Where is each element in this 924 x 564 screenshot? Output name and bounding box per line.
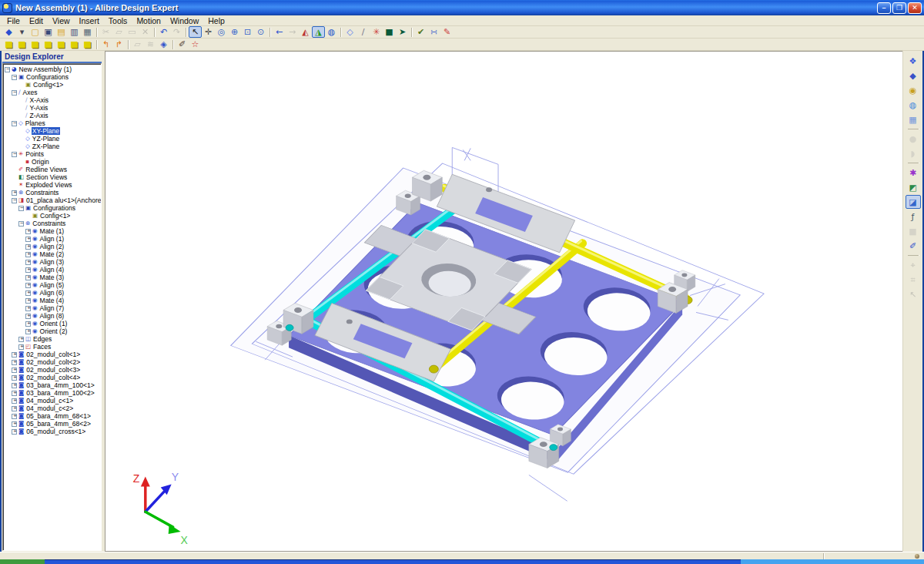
tree-item[interactable]: ◉ Align (8) — [3, 312, 101, 320]
menu-edit[interactable]: Edit — [25, 16, 47, 25]
tree-expander[interactable] — [12, 383, 17, 388]
toolbar-button[interactable] — [267, 26, 273, 38]
tree-expander[interactable] — [25, 244, 31, 250]
save-all-button[interactable]: ▥ — [68, 26, 81, 38]
toolbar-button[interactable] — [409, 26, 414, 38]
tree-expander[interactable] — [12, 90, 17, 96]
tree-expander[interactable] — [25, 329, 31, 334]
menu-view[interactable]: View — [49, 16, 74, 25]
appearance-button[interactable]: ✱ — [906, 166, 921, 180]
menu-insert[interactable]: Insert — [75, 16, 103, 25]
color-properties-button[interactable]: ◉ — [906, 83, 921, 97]
tree-item[interactable]: ◇ YZ-Plane — [3, 135, 101, 143]
tree-expander[interactable] — [25, 298, 31, 304]
tree-item[interactable]: ▣ Configurations — [3, 73, 101, 81]
tree-item[interactable]: ∕ Axes — [3, 89, 101, 96]
tree-item[interactable]: ◙ 05_bara_4mm_68<2> — [3, 420, 101, 428]
tree-item[interactable]: ⊗ Constraints — [3, 189, 101, 196]
toolbar-button[interactable] — [152, 26, 157, 38]
minimize-button[interactable]: – — [877, 2, 891, 14]
tree-expander[interactable] — [12, 414, 17, 419]
tree-expander[interactable] — [12, 429, 17, 435]
tree-expander[interactable] — [25, 252, 31, 257]
tree-expander[interactable] — [25, 237, 31, 242]
tree-item[interactable]: ◉ Align (4) — [3, 266, 101, 274]
tree-expander[interactable] — [12, 398, 17, 404]
tree-item[interactable]: ◙ 02_modul_colt<3> — [3, 366, 101, 374]
tree-item[interactable]: ◙ 03_bara_4mm_100<1> — [3, 381, 101, 389]
rotate-view-tool[interactable]: ◎ — [215, 26, 228, 38]
toolbar-button[interactable] — [94, 26, 99, 38]
paint-tool-button[interactable]: ✐ — [906, 239, 921, 253]
tree-item[interactable]: ◙ 04_modul_c<2> — [3, 405, 101, 412]
mirror-component-button[interactable]: ■ — [55, 39, 68, 50]
bend-tool-left[interactable]: ↰ — [99, 39, 112, 50]
snap-tool-2[interactable]: ⌗ — [906, 273, 921, 287]
tree-expander[interactable] — [18, 344, 24, 350]
select-tool[interactable]: ↖ — [189, 26, 202, 38]
tree-item[interactable]: ◫ Edges — [3, 335, 101, 343]
tree-expander[interactable] — [25, 283, 31, 288]
tree-item[interactable]: ∕ Y-Axis — [3, 104, 101, 112]
tree-item[interactable]: ◙ 04_modul_c<1> — [3, 397, 101, 405]
tree-item[interactable]: ◉ Align (7) — [3, 304, 101, 312]
reference-geometry-button[interactable]: ■ — [383, 26, 396, 38]
menu-tools[interactable]: Tools — [105, 16, 132, 25]
tree-item[interactable]: ▣ Config<1> — [3, 81, 101, 89]
tree-expander[interactable] — [18, 206, 24, 211]
tree-item[interactable]: ◙ 05_bara_4mm_68<1> — [3, 412, 101, 420]
insert-axis-button[interactable]: ∕ — [357, 26, 370, 38]
grid-settings-button[interactable]: ▦ — [906, 112, 921, 126]
cut-button[interactable]: ✂ — [99, 26, 112, 38]
tree-expander[interactable] — [12, 360, 17, 365]
windows-taskbar[interactable] — [0, 559, 924, 564]
explode-view-button[interactable]: ■ — [68, 39, 81, 50]
tree-expander[interactable] — [25, 290, 31, 296]
measurement-button[interactable]: ∺ — [427, 26, 440, 38]
display-mode-button[interactable]: ◪ — [906, 195, 921, 209]
tree-item[interactable]: ◙ 02_modul_colt<2> — [3, 358, 101, 366]
align-tool[interactable]: ▱ — [131, 39, 144, 50]
toolbar-button[interactable] — [94, 39, 99, 50]
clip-tool[interactable]: ◗ — [906, 146, 921, 160]
tree-item[interactable]: ◉ Mate (2) — [3, 250, 101, 258]
tree-item[interactable]: ◉ Orient (2) — [3, 327, 101, 335]
new-button[interactable]: ▢ — [28, 26, 42, 38]
reference-star-button[interactable]: ☆ — [189, 39, 202, 50]
menu-help[interactable]: Help — [204, 16, 229, 25]
toolbar-button[interactable] — [170, 39, 176, 50]
tree-item[interactable]: ▪ Origin — [3, 158, 101, 166]
menu-motion[interactable]: Motion — [132, 16, 165, 25]
next-view-button[interactable]: → — [286, 26, 299, 38]
tree-item-xy-plane[interactable]: ◇ XY-Plane — [3, 127, 101, 135]
alibre-home-dropdown[interactable]: ▾ — [15, 26, 28, 38]
tree-item[interactable]: ◙ 06_modul_cross<1> — [3, 428, 101, 435]
circular-pattern-button[interactable]: ■ — [42, 39, 55, 50]
alibre-home-button[interactable]: ◆ — [2, 26, 15, 38]
isometric-view-button[interactable]: ◍ — [325, 26, 338, 38]
tree-expander[interactable] — [25, 275, 31, 280]
tree-item[interactable]: ◰ Faces — [3, 343, 101, 351]
redo-button[interactable]: ↷ — [170, 26, 183, 38]
paste-button[interactable]: ▭ — [126, 26, 139, 38]
tree-expander[interactable] — [12, 421, 17, 427]
tree-item[interactable]: ◙ 03_bara_4mm_100<2> — [3, 389, 101, 397]
tree-item[interactable]: ∕ Z-Axis — [3, 112, 101, 119]
tree-expander[interactable] — [12, 368, 17, 373]
tree-item[interactable]: ◙ 02_modul_colt<4> — [3, 374, 101, 381]
menu-window[interactable]: Window — [166, 16, 203, 25]
tree-expander[interactable] — [25, 229, 31, 234]
tree-item[interactable]: ▣ Config<1> — [3, 212, 101, 220]
tree-item[interactable]: ◉ Mate (4) — [3, 297, 101, 304]
close-button[interactable]: ✕ — [908, 2, 922, 14]
view-orientation-a[interactable]: ◭ — [299, 26, 312, 38]
tree-expander[interactable] — [25, 260, 31, 265]
tree-item[interactable]: ◉ Orient (1) — [3, 320, 101, 327]
linear-pattern-button[interactable]: ■ — [28, 39, 42, 50]
pan-tool[interactable]: ✛ — [202, 26, 215, 38]
start-button[interactable] — [0, 559, 45, 564]
blank-swatch-button[interactable]: ■ — [906, 224, 921, 238]
tree-expander[interactable] — [12, 190, 17, 196]
tree-item-placa-alu[interactable]: ◨ 01_placa alu<1>(Anchored) — [3, 196, 101, 204]
tree-item[interactable]: ◧ Section Views — [3, 173, 101, 181]
